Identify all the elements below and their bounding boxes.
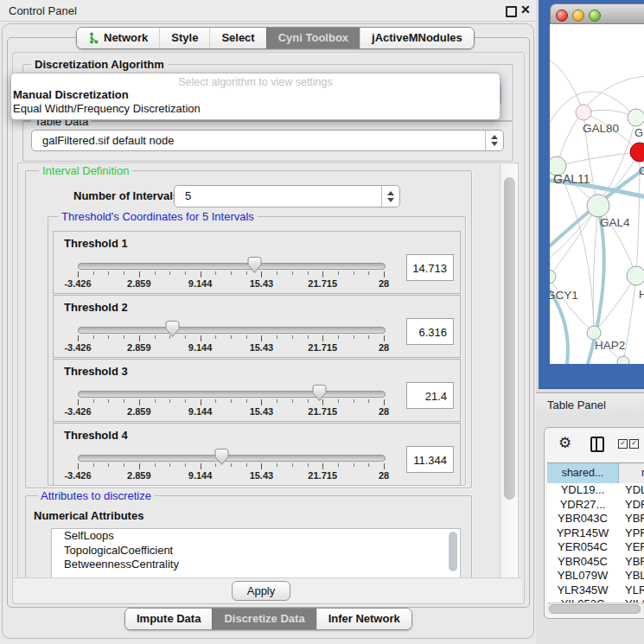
tick-label: 21.715 — [308, 406, 337, 417]
network-node[interactable] — [576, 105, 591, 120]
network-edge[interactable] — [557, 152, 640, 166]
traffic-light-close-icon[interactable] — [556, 10, 568, 22]
traffic-light-minimize-icon[interactable] — [572, 10, 584, 22]
cell-shared-name[interactable]: YDR27... — [547, 498, 618, 513]
number-of-intervals-label: Number of Intervals — [73, 189, 179, 202]
cell-shared-name[interactable]: YLR345W — [547, 583, 618, 598]
table-horizontal-scrollbar[interactable] — [547, 603, 644, 614]
table-panel-body: ⚙ ✓ ✓ shared... n YDL19...YDL1YDR27...YD… — [536, 418, 644, 644]
table-row[interactable]: YER054CYER0 — [547, 540, 644, 555]
cell-shared-name[interactable]: YER054C — [547, 540, 618, 555]
cell-shared-name[interactable]: YDL19... — [547, 483, 618, 498]
column-header-name[interactable]: n — [619, 463, 644, 483]
interval-definition-label: Interval Definition — [39, 164, 132, 177]
close-icon[interactable]: ✕ — [520, 3, 531, 16]
tick-label: -3.426 — [64, 406, 91, 417]
tab-infer-network[interactable]: Infer Network — [316, 609, 411, 629]
tab-label: Network — [104, 31, 148, 44]
slider-track[interactable] — [78, 263, 386, 270]
split-columns-icon[interactable] — [590, 437, 604, 452]
network-edge[interactable] — [557, 166, 594, 333]
threshold-label: Threshold 3 — [64, 365, 128, 378]
apply-button[interactable]: Apply — [232, 581, 290, 601]
tick-label: 15.43 — [250, 278, 274, 289]
network-canvas[interactable]: GAL80GCGAL11GAL4GCY1HHAP2 — [550, 24, 644, 364]
tab-network[interactable]: Network — [77, 28, 159, 48]
combo-stepper-icon[interactable] — [381, 186, 399, 207]
table-row[interactable]: YLR345WYLR3 — [547, 583, 644, 598]
slider-track[interactable] — [78, 391, 386, 398]
network-node[interactable] — [587, 326, 601, 340]
tick-label: 28 — [379, 342, 389, 353]
tab-style[interactable]: Style — [159, 28, 209, 48]
cell-shared-name[interactable]: YPR145W — [547, 526, 618, 541]
float-window-icon[interactable] — [506, 6, 517, 17]
table-row[interactable]: YDR27...YDR2 — [547, 498, 644, 513]
cell-name[interactable]: YER0 — [618, 540, 644, 555]
scrollbar-thumb[interactable] — [504, 177, 515, 500]
tick-label: 2.859 — [127, 342, 151, 353]
network-edge[interactable] — [593, 206, 598, 333]
threshold-value[interactable]: 14.713 — [406, 254, 454, 281]
tab-discretize-data[interactable]: Discretize Data — [212, 609, 316, 629]
tick-label: -3.426 — [64, 278, 91, 289]
tab-impute-data[interactable]: Impute Data — [125, 609, 212, 629]
network-node[interactable] — [630, 143, 644, 162]
scrollbar-thumb[interactable] — [549, 604, 641, 614]
table-row[interactable]: YBL079WYBL0 — [547, 569, 644, 583]
cell-name[interactable]: YDR2 — [618, 498, 644, 513]
checkbox-icon: ✓ — [618, 439, 628, 449]
bottom-tab-bar: Impute DataDiscretize DataInfer Network — [124, 608, 412, 630]
tick-label: 21.715 — [308, 278, 337, 289]
cell-shared-name[interactable]: YBR043C — [547, 512, 618, 526]
cell-name[interactable]: YBR0 — [618, 555, 644, 570]
network-node[interactable] — [617, 356, 629, 364]
network-node[interactable] — [628, 109, 644, 126]
threshold-value[interactable]: 21.4 — [406, 382, 454, 409]
tab-label: Cyni Toolbox — [278, 31, 348, 44]
attribute-item[interactable]: BetweennessCentrality — [52, 558, 460, 572]
slider-track[interactable] — [78, 327, 386, 334]
network-node[interactable] — [550, 270, 556, 284]
attributes-list-scrollbar[interactable] — [449, 532, 457, 571]
number-of-intervals-combo[interactable]: 5 — [174, 185, 400, 207]
tab-label: jActiveMNodules — [372, 31, 462, 44]
cell-name[interactable]: YBR0 — [618, 512, 644, 526]
traffic-light-zoom-icon[interactable] — [589, 10, 601, 22]
cell-name[interactable]: YPR1 — [618, 526, 644, 541]
tab-cyni-toolbox[interactable]: Cyni Toolbox — [266, 28, 360, 48]
network-node[interactable] — [627, 266, 644, 285]
dropdown-option-manual[interactable]: Manual Discretization — [11, 88, 500, 102]
gear-icon[interactable]: ⚙ — [558, 434, 571, 452]
table-row[interactable]: YDL19...YDL1 — [547, 483, 644, 498]
network-edge[interactable] — [550, 59, 583, 112]
threshold-label: Threshold 1 — [64, 237, 128, 250]
cell-name[interactable]: YBL0 — [618, 569, 644, 583]
select-columns-icon[interactable]: ✓ ✓ — [618, 439, 639, 449]
threshold-value[interactable]: 6.316 — [406, 318, 454, 345]
network-window-titlebar[interactable] — [550, 3, 644, 24]
attribute-item[interactable]: SelfLoops — [52, 529, 460, 544]
tick-label: 9.144 — [188, 406, 213, 417]
tab-jactivemnodules[interactable]: jActiveMNodules — [360, 28, 474, 48]
table-row[interactable]: YBR045CYBR0 — [547, 555, 644, 570]
column-header-shared-name[interactable]: shared... — [547, 463, 619, 483]
settings-vertical-scrollbar[interactable] — [500, 163, 519, 577]
table-row[interactable]: YPR145WYPR1 — [547, 526, 644, 541]
numerical-attributes-list[interactable]: SelfLoopsTopologicalCoefficientBetweenne… — [51, 528, 461, 578]
cell-name[interactable]: YDL1 — [618, 483, 644, 498]
table-data-combo[interactable]: galFiltered.sif default node — [31, 130, 504, 151]
slider-track[interactable] — [78, 455, 386, 462]
dropdown-option-equal-width[interactable]: Equal Width/Frequency Discretization — [11, 102, 500, 116]
table-row[interactable]: YBR043CYBR0 — [547, 512, 644, 526]
cell-shared-name[interactable]: YBL079W — [547, 569, 618, 583]
attribute-item[interactable]: TopologicalCoefficient — [52, 544, 460, 558]
tab-select[interactable]: Select — [209, 28, 265, 48]
combo-stepper-icon[interactable] — [485, 131, 503, 150]
network-node[interactable] — [587, 194, 609, 217]
cell-name[interactable]: YLR3 — [618, 583, 644, 598]
threshold-value[interactable]: 11.344 — [406, 446, 454, 473]
thresholds-group-label: Threshold's Coordinates for 5 Intervals — [58, 210, 258, 223]
cell-shared-name[interactable]: YBR045C — [547, 555, 618, 570]
attributes-group-label: Attributes to discretize — [37, 489, 155, 502]
